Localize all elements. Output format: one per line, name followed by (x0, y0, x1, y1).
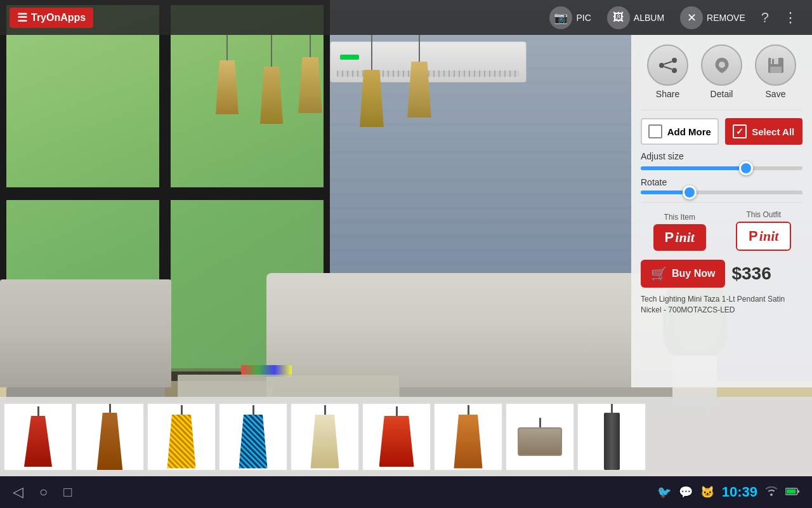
save-icon (755, 44, 796, 86)
thumbnail-1[interactable] (3, 403, 73, 471)
adjust-size-thumb[interactable] (739, 161, 753, 175)
recent-nav-button[interactable]: □ (63, 484, 72, 500)
svg-point-5 (719, 62, 725, 68)
save-label: Save (766, 89, 786, 99)
remove-icon: ✕ (680, 6, 703, 29)
cart-icon: 🛒 (651, 266, 667, 281)
pendant-light-5 (406, 35, 433, 117)
thumbnail-3[interactable] (147, 403, 216, 471)
app-name: TryOnApps (31, 12, 86, 23)
product-name: Tech Lighting Mini Taza 1-Lt Pendant Sat… (641, 294, 802, 316)
pendant-light-3 (297, 35, 324, 113)
pin-p-icon: P (665, 229, 674, 246)
chair-seat (0, 337, 171, 387)
this-outfit-label: This Outfit (746, 210, 781, 219)
pic-label: PIC (576, 13, 591, 23)
app: ☰ TryOnApps 📷 PIC 🖼 ALBUM ✕ REMOVE ? (0, 0, 812, 508)
thumbnail-4[interactable] (218, 403, 288, 471)
selection-row: Add More ✓ Select All (641, 118, 802, 145)
top-bar: ☰ TryOnApps 📷 PIC 🖼 ALBUM ✕ REMOVE ? (0, 0, 812, 35)
select-all-button[interactable]: ✓ Select All (725, 118, 803, 145)
buy-row: 🛒 Buy Now $336 (641, 260, 802, 288)
armchair (0, 279, 171, 406)
thumbnail-2[interactable] (75, 403, 145, 471)
add-more-checkbox (648, 124, 662, 138)
share-icon (647, 44, 688, 86)
notification-icon[interactable]: 🐱 (700, 485, 714, 499)
svg-rect-11 (787, 489, 796, 493)
pendant-cord (226, 35, 228, 60)
chat-icon[interactable]: 💬 (679, 485, 693, 499)
pin-row: This Item P init This Outfit P init (641, 210, 802, 251)
add-more-label: Add More (667, 126, 711, 137)
add-more-button[interactable]: Add More (641, 118, 719, 145)
camera-icon: 📷 (549, 6, 572, 29)
remove-label: REMOVE (707, 13, 745, 23)
share-label: Share (656, 89, 679, 99)
rotate-row: Rotate (641, 177, 802, 194)
rotate-label: Rotate (641, 177, 667, 187)
bottom-nav: ◁ ○ □ 🐦 💬 🐱 10:39 (0, 476, 812, 508)
adjust-size-label: Adjust size (641, 151, 802, 161)
pendant-light-4 (358, 35, 385, 127)
pic-button[interactable]: 📷 PIC (543, 3, 597, 33)
help-button[interactable]: ? (755, 6, 775, 30)
pendant-shade (214, 60, 240, 114)
action-icons-row: Share Detail (641, 44, 802, 99)
adjust-size-fill (641, 166, 746, 170)
ac-power-light (340, 55, 359, 60)
svg-rect-12 (797, 490, 799, 493)
svg-rect-8 (770, 67, 782, 73)
this-outfit-pin-col: This Outfit P init (725, 210, 803, 251)
divider-2 (641, 202, 802, 203)
svg-rect-9 (772, 59, 774, 64)
remove-button[interactable]: ✕ REMOVE (674, 3, 752, 33)
share-button[interactable]: Share (647, 44, 688, 99)
detail-button[interactable]: Detail (701, 44, 742, 99)
save-button[interactable]: Save (755, 44, 796, 99)
detail-icon (701, 44, 742, 86)
this-item-label: This Item (664, 213, 695, 222)
thumbnail-9[interactable] (577, 403, 646, 471)
home-nav-button[interactable]: ○ (39, 484, 48, 500)
svg-point-0 (672, 58, 677, 63)
svg-point-1 (659, 63, 664, 68)
product-price: $336 (731, 264, 771, 284)
divider-1 (641, 110, 802, 110)
pin-p-icon-2: P (749, 228, 758, 244)
adjust-size-row: Adjust size (641, 151, 802, 170)
wifi-icon (765, 486, 778, 499)
buy-now-label: Buy Now (672, 268, 715, 279)
adjust-size-slider[interactable] (641, 166, 802, 170)
hamburger-icon[interactable]: ☰ (17, 11, 27, 25)
price-value: 336 (742, 264, 771, 283)
thumbnail-8[interactable] (505, 403, 575, 471)
buy-now-button[interactable]: 🛒 Buy Now (641, 260, 725, 288)
svg-line-4 (664, 67, 672, 69)
time-display: 10:39 (722, 484, 757, 500)
battery-icon (785, 486, 799, 499)
more-button[interactable]: ⋮ (778, 10, 802, 26)
thumbnail-strip (0, 397, 812, 476)
thumbnail-5[interactable] (290, 403, 360, 471)
svg-point-2 (672, 68, 677, 73)
thumbnail-7[interactable] (433, 403, 503, 471)
rotate-slider[interactable] (641, 190, 802, 194)
album-button[interactable]: 🖼 ALBUM (601, 3, 671, 33)
twitter-icon[interactable]: 🐦 (657, 485, 671, 499)
rotate-thumb[interactable] (683, 185, 697, 199)
this-outfit-pinit-text: init (759, 228, 779, 244)
app-logo: ☰ TryOnApps (10, 8, 93, 28)
thumbnail-6[interactable] (362, 403, 431, 471)
this-item-pinit-button[interactable]: P init (653, 224, 706, 251)
detail-label: Detail (710, 89, 733, 99)
back-nav-button[interactable]: ◁ (13, 484, 23, 500)
top-actions: 📷 PIC 🖼 ALBUM ✕ REMOVE ? ⋮ (543, 3, 802, 33)
this-outfit-pinit-button[interactable]: P init (736, 222, 791, 251)
this-item-pin-col: This Item P init (641, 213, 719, 251)
pendant-light-2 (259, 35, 284, 124)
select-all-label: Select All (752, 126, 794, 137)
this-item-pinit-text: init (675, 229, 695, 246)
album-label: ALBUM (634, 13, 664, 23)
svg-line-3 (664, 62, 672, 64)
